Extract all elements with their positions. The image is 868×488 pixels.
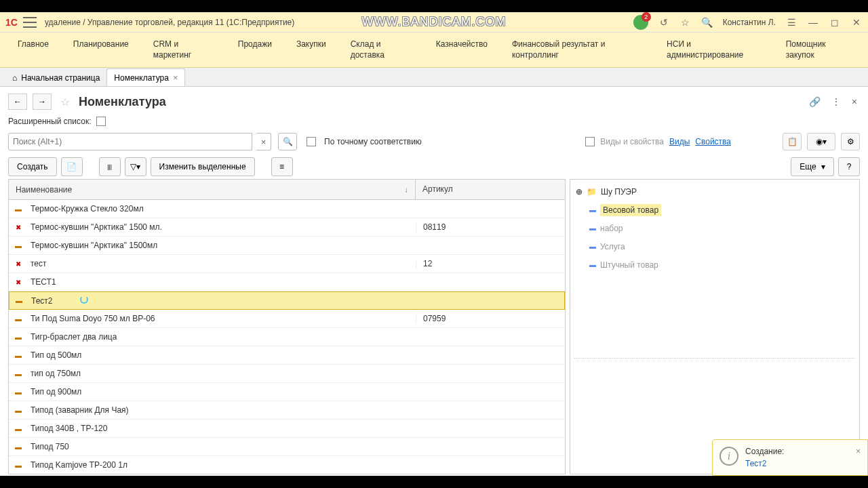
help-button[interactable]: ?	[838, 157, 860, 176]
row-article: 07959	[416, 314, 565, 323]
row-icon: ▬	[9, 297, 28, 304]
row-article: 12	[416, 259, 565, 268]
history-icon[interactable]: ↺	[658, 16, 670, 28]
edit-selected-button[interactable]: Изменить выделенные	[151, 157, 255, 176]
logo: 1C	[5, 17, 18, 28]
types-link[interactable]: Виды	[669, 137, 690, 146]
barcode-button[interactable]: ⫼	[99, 157, 121, 176]
menu-sales[interactable]: Продажи	[226, 33, 284, 67]
table-row[interactable]: ▬Типод Kamjove TP-200 1л	[9, 456, 565, 474]
table-row[interactable]: ▬Типод 340В ‚ ТР-120	[9, 420, 565, 438]
item-icon: ▬	[589, 224, 596, 232]
table-row[interactable]: ▬Типод 750	[9, 438, 565, 456]
table-row[interactable]: ✖Термос-кувшин "Арктика" 1500 мл.08119	[9, 218, 565, 237]
row-name: тест	[28, 259, 416, 268]
menu-warehouse[interactable]: Склад и доставка	[338, 33, 424, 67]
props-link[interactable]: Свойства	[695, 137, 731, 146]
close-page-icon[interactable]: ×	[849, 94, 860, 110]
row-icon: ▬	[9, 370, 28, 378]
status-dropdown[interactable]: ◉▾	[807, 133, 835, 150]
forward-button[interactable]: →	[33, 94, 52, 110]
table-row[interactable]: ✖тест12	[9, 255, 565, 273]
row-name: Термос-кувшин "Арктика" 1500мл	[28, 241, 416, 250]
menu-crm[interactable]: CRM и маркетинг	[141, 33, 226, 67]
copy-button[interactable]: 📋	[783, 133, 802, 150]
maximize-icon[interactable]: ◻	[829, 16, 841, 28]
search-icon[interactable]: 🔍	[701, 16, 713, 28]
favorite-button[interactable]: ☆	[57, 94, 73, 110]
back-button[interactable]: ←	[8, 94, 27, 110]
filter-button[interactable]: ▽▾	[125, 157, 146, 176]
link-icon[interactable]: 🔗	[806, 94, 823, 110]
table-row[interactable]: ▬Типод (заварник Для Чая)	[9, 401, 565, 420]
row-name: Тип од 500мл	[28, 350, 416, 360]
row-name: Термос-Кружка Стекло 320мл	[28, 204, 416, 214]
tree-item[interactable]: ▬Услуга	[570, 237, 859, 256]
table-row[interactable]: ▬Тигр-браслет два лица	[9, 328, 565, 346]
col-article[interactable]: Артикул	[416, 180, 565, 199]
tree-label: Весовой товар	[600, 204, 661, 216]
menu-finance[interactable]: Финансовый результат и контроллинг	[500, 33, 654, 67]
tab-home[interactable]: ⌂Начальная страница	[5, 70, 106, 86]
exact-checkbox[interactable]	[307, 137, 316, 146]
table-row[interactable]: ▬Тип од 900мл	[9, 383, 565, 401]
notification: i Создание: Тест2 ×	[712, 439, 868, 476]
tree-item[interactable]: ▬Весовой товар	[570, 201, 859, 219]
row-name: Тест2	[28, 296, 415, 306]
close-icon[interactable]: ✕	[850, 16, 863, 28]
create-button[interactable]: Создать	[8, 157, 57, 176]
clear-search-button[interactable]: ×	[256, 133, 271, 150]
table-row[interactable]: ▬Ти Под Suma Doyo 750 мл BP-0607959	[9, 310, 565, 328]
types-checkbox[interactable]	[585, 137, 595, 146]
types-label: Виды и свойства	[600, 137, 664, 146]
row-icon: ▬	[9, 242, 28, 249]
settings-icon[interactable]: ☰	[785, 16, 797, 28]
hamburger-icon[interactable]	[23, 17, 37, 28]
row-name: Тигр-браслет два лица	[28, 332, 416, 342]
copy-item-button[interactable]: 📄	[61, 157, 83, 176]
row-icon: ▬	[9, 407, 28, 414]
tree-item[interactable]: ⊕📁Шу ПУЭР	[570, 182, 859, 201]
row-icon: ✖	[9, 279, 28, 286]
row-article: 08119	[416, 222, 565, 232]
menu-treasury[interactable]: Казначейство	[424, 33, 500, 67]
table-row[interactable]: ✖ТЕСТ1	[9, 273, 565, 291]
row-name: тип од 750мл	[28, 369, 416, 378]
more-icon[interactable]: ⋮	[829, 94, 844, 110]
table-row[interactable]: ▬Тест2	[9, 291, 565, 310]
globe-icon[interactable]: 2	[633, 15, 648, 30]
table-row[interactable]: ▬тип од 750мл	[9, 365, 565, 383]
list-button[interactable]: ≡	[271, 157, 293, 176]
tree-item[interactable]: ▬Штучный товар	[570, 256, 859, 274]
minimize-icon[interactable]: —	[807, 16, 819, 28]
item-icon: ▬	[589, 261, 596, 268]
more-button[interactable]: Еще ▾	[791, 157, 834, 176]
tab-nomenclature[interactable]: Номенклатура×	[106, 68, 185, 86]
menu-purchases[interactable]: Закупки	[284, 33, 338, 67]
expand-icon[interactable]: ⊕	[576, 187, 583, 197]
col-name[interactable]: Наименование↓	[9, 180, 416, 199]
search-input[interactable]	[8, 133, 252, 150]
folder-icon: 📁	[587, 187, 597, 197]
star-icon[interactable]: ☆	[679, 16, 692, 28]
row-name: Типод 340В ‚ ТР-120	[28, 424, 416, 433]
table-row[interactable]: ▬Термос-Кружка Стекло 320мл	[9, 200, 565, 218]
search-button[interactable]: 🔍	[278, 133, 297, 150]
tree-item[interactable]: ▬набор	[570, 219, 859, 237]
tree-label: Шу ПУЭР	[601, 187, 637, 197]
row-icon: ✖	[9, 224, 28, 231]
menu-planning[interactable]: Планирование	[61, 33, 141, 67]
row-name: ТЕСТ1	[28, 277, 416, 287]
notif-close-icon[interactable]: ×	[856, 447, 861, 468]
menu-nsi[interactable]: НСИ и администрирование	[654, 33, 774, 67]
table-row[interactable]: ▬Термос-кувшин "Арктика" 1500мл	[9, 237, 565, 255]
gear-button[interactable]: ⚙	[841, 133, 860, 150]
main-menu: Главное Планирование CRM и маркетинг Про…	[0, 33, 868, 68]
extlist-checkbox[interactable]	[96, 117, 106, 126]
menu-assistant[interactable]: Помощник закупок	[774, 33, 863, 67]
notif-link[interactable]: Тест2	[745, 459, 849, 468]
table-row[interactable]: ▬Тип од 500мл	[9, 346, 565, 365]
tab-close-icon[interactable]: ×	[173, 73, 178, 83]
menu-main[interactable]: Главное	[5, 33, 61, 67]
tree-label: Услуга	[600, 242, 625, 251]
